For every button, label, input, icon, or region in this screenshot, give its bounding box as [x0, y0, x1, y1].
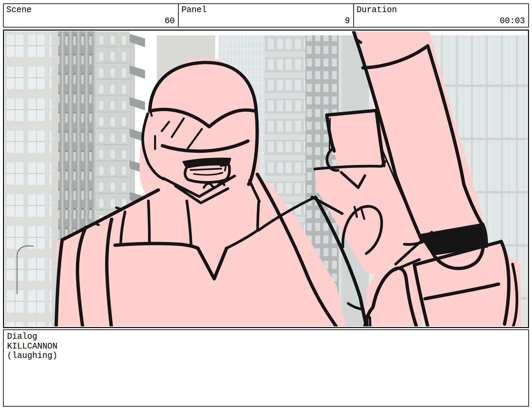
shoulder-bump-1	[116, 208, 120, 209]
panel-value: 9	[345, 16, 350, 26]
storyboard-panel	[3, 30, 529, 328]
finger-tick-1	[367, 316, 367, 326]
scene-value: 60	[165, 16, 175, 26]
dialog-box: Dialog KILLCANNON (laughing)	[3, 329, 529, 407]
storyboard-image	[5, 31, 527, 326]
scene-label: Scene	[6, 5, 32, 15]
header-table: Scene 60 Panel 9 Duration 00:03	[3, 3, 529, 28]
panel-label: Panel	[181, 5, 207, 15]
duration-label: Duration	[357, 5, 397, 15]
storyboard-drawing	[5, 31, 527, 326]
header-cell-duration: Duration 00:03	[354, 4, 528, 27]
finger-tick-2	[370, 317, 370, 326]
duration-value: 00:03	[500, 16, 525, 26]
strap-short-2	[148, 201, 149, 241]
dialog-line: KILLCANNON	[7, 342, 525, 351]
building-left-windows	[5, 31, 51, 326]
header-cell-panel: Panel 9	[179, 4, 354, 27]
shoulder-bump-2	[94, 223, 99, 225]
header-cell-scene: Scene 60	[4, 4, 179, 27]
stock-left-double	[329, 119, 330, 150]
dialog-label: Dialog	[7, 332, 525, 342]
dialog-line: (laughing)	[7, 351, 525, 361]
storyboard-page: Scene 60 Panel 9 Duration 00:03	[0, 0, 532, 411]
neck-right-lower	[258, 202, 259, 230]
building-balcony-strip	[130, 35, 135, 218]
